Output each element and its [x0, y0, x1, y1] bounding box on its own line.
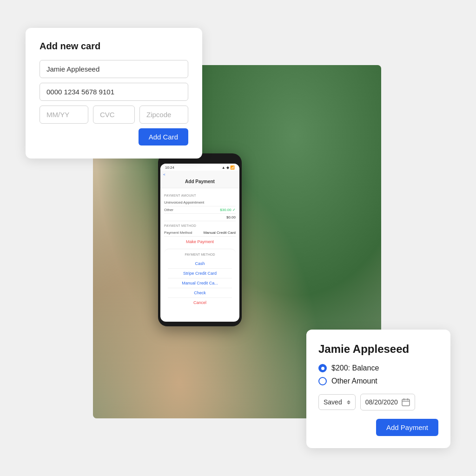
- saved-label: Saved: [324, 398, 342, 406]
- payment-panel-title: Jamie Appleseed: [318, 343, 438, 356]
- other-amount-radio[interactable]: [318, 377, 327, 385]
- select-chevrons: [347, 400, 350, 404]
- phone-header: < Add Payment: [160, 171, 239, 188]
- cvc-input[interactable]: [93, 106, 135, 124]
- svg-rect-0: [402, 399, 410, 406]
- chevron-up-icon: [347, 400, 350, 402]
- balance-label: $200: Balance: [331, 364, 379, 372]
- saved-select[interactable]: Saved: [318, 394, 356, 410]
- date-value: 08/20/2020: [365, 398, 398, 406]
- phone-option-stripe[interactable]: Stripe Credit Card: [168, 269, 232, 278]
- phone-option-cash[interactable]: Cash: [168, 259, 232, 269]
- add-payment-button[interactable]: Add Payment: [376, 419, 438, 436]
- phone-screen-title: Add Payment: [185, 179, 215, 184]
- payment-controls: Saved 08/20/2020: [318, 394, 438, 410]
- phone-uninvoiced-label: Uninvoiced Appointment: [164, 200, 204, 205]
- balance-radio[interactable]: [318, 364, 327, 372]
- cardholder-name-input[interactable]: [40, 60, 188, 78]
- phone-option-manual[interactable]: Manual Credit Ca...: [168, 278, 232, 288]
- phone-other-label: Other: [164, 208, 173, 212]
- phone-screen: 10:24 ▲ ◆ 📶 < Add Payment Payment Amount…: [160, 164, 239, 322]
- add-card-button[interactable]: Add Card: [139, 128, 188, 145]
- phone-uninvoiced-row: Uninvoiced Appointment: [164, 199, 236, 206]
- phone-time: 10:24: [165, 165, 174, 170]
- phone-method-row: Payment Method Manual Credit Card: [164, 229, 236, 237]
- phone-zero-row: $0.00: [164, 214, 236, 221]
- phone-mockup: 10:24 ▲ ◆ 📶 < Add Payment Payment Amount…: [158, 153, 242, 326]
- make-payment-button[interactable]: Make Payment: [164, 237, 236, 247]
- expiry-input[interactable]: [40, 106, 88, 124]
- phone-other-value: $30.00 ✓: [220, 208, 236, 212]
- phone-payment-amount-label: Payment Amount: [164, 194, 236, 197]
- phone-back-button[interactable]: <: [163, 172, 237, 177]
- card-number-input[interactable]: [40, 83, 188, 101]
- chevron-down-icon: [347, 403, 350, 404]
- phone-other-row: Other $30.00 ✓: [164, 206, 236, 214]
- calendar-icon: [402, 398, 410, 406]
- phone-body: Payment Amount Uninvoiced Appointment Ot…: [160, 188, 239, 312]
- balance-option[interactable]: $200: Balance: [318, 364, 438, 372]
- phone-zero-value: $0.00: [226, 215, 236, 219]
- phone-cancel-button[interactable]: Cancel: [168, 298, 232, 307]
- phone-method-value: Manual Credit Card: [204, 231, 236, 235]
- other-amount-label: Other Amount: [331, 377, 377, 385]
- phone-notch: [188, 158, 212, 162]
- phone-signal: ▲ ◆ 📶: [222, 165, 235, 170]
- add-card-panel: Add new card Add Card: [26, 28, 202, 159]
- phone-option-check[interactable]: Check: [168, 288, 232, 298]
- phone-bottom-sheet: Payment Method Cash Stripe Credit Card M…: [164, 249, 236, 309]
- add-payment-panel: Jamie Appleseed $200: Balance Other Amou…: [306, 330, 450, 448]
- zipcode-input[interactable]: [139, 106, 188, 124]
- phone-sheet-label: Payment Method: [168, 253, 232, 256]
- other-amount-option[interactable]: Other Amount: [318, 377, 438, 385]
- date-field[interactable]: 08/20/2020: [360, 394, 415, 410]
- phone-method-label: Payment Method: [164, 231, 192, 235]
- phone-status-bar: 10:24 ▲ ◆ 📶: [160, 164, 239, 171]
- add-card-title: Add new card: [40, 41, 188, 52]
- phone-payment-method-label: Payment Method: [164, 224, 236, 227]
